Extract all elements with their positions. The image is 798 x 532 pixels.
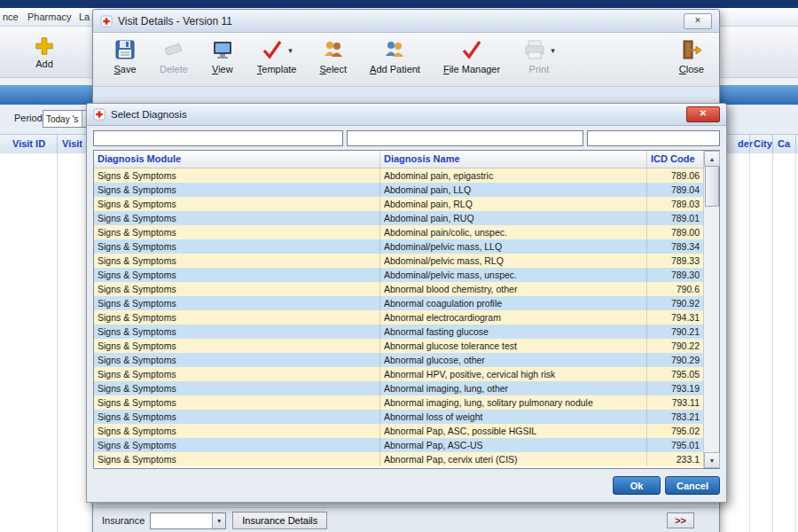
people-icon bbox=[322, 38, 345, 63]
monitor-icon bbox=[211, 38, 234, 63]
icd-code-cell: 790.22 bbox=[647, 339, 704, 353]
menu-item-pharmacy[interactable]: Pharmacy bbox=[27, 8, 72, 26]
column-header-der[interactable]: der bbox=[738, 135, 753, 153]
diagnosis-row[interactable]: Signs & SymptomsAbnormal Pap, ASC, possi… bbox=[94, 424, 704, 438]
diagnosis-row[interactable]: Signs & SymptomsAbdominal/pelvic mass, u… bbox=[94, 268, 704, 282]
insurance-details-button[interactable]: Insurance Details bbox=[232, 512, 327, 529]
toolbar-add-patient-button[interactable]: Add Patient bbox=[364, 35, 426, 75]
diagnosis-row[interactable]: Signs & SymptomsAbnormal HPV, positive, … bbox=[94, 367, 704, 381]
toolbar-save-button[interactable]: Save bbox=[107, 35, 143, 75]
insurance-label: Insurance bbox=[102, 515, 145, 526]
diagnosis-row[interactable]: Signs & SymptomsAbdominal pain, RUQ789.0… bbox=[94, 211, 704, 225]
diagnosis-name-cell: Abnormal imaging, lung, solitary pulmona… bbox=[380, 395, 647, 410]
toolbar-save-label: Save bbox=[113, 64, 136, 74]
eraser-icon bbox=[162, 38, 185, 63]
search-row bbox=[93, 130, 720, 146]
diagnosis-module-cell: Signs & Symptoms bbox=[94, 268, 380, 282]
diagnosis-name-cell: Abnormal Pap, ASC-US bbox=[380, 438, 647, 452]
scrollbar-thumb[interactable] bbox=[705, 166, 719, 207]
diagnosis-row[interactable]: Signs & SymptomsAbdominal pain, RLQ789.0… bbox=[94, 197, 704, 211]
icd-code-cell: 789.03 bbox=[647, 197, 704, 211]
diagnosis-row[interactable]: Signs & SymptomsAbdominal/pelvic mass, L… bbox=[94, 239, 704, 254]
diagnosis-module-cell: Signs & Symptoms bbox=[94, 381, 380, 395]
diagnosis-row[interactable]: Signs & SymptomsAbdominal pain, LLQ789.0… bbox=[94, 183, 704, 197]
visit-details-toolbar: Save Delete View ▾ bbox=[93, 33, 719, 87]
diagnosis-row[interactable]: Signs & SymptomsAbnormal Pap, cervix ute… bbox=[94, 452, 704, 466]
toolbar-file-manager-button[interactable]: File Manager bbox=[437, 35, 506, 75]
diagnosis-module-cell: Signs & Symptoms bbox=[94, 225, 380, 239]
column-header-diagnosis-name[interactable]: Diagnosis Name bbox=[380, 151, 647, 168]
dialog-body: Diagnosis Module Diagnosis Name ICD Code… bbox=[87, 126, 726, 495]
dialog-icon bbox=[93, 108, 106, 121]
diagnosis-row[interactable]: Signs & SymptomsAbnormal glucose toleran… bbox=[94, 339, 704, 353]
diagnosis-name-cell: Abdominal pain, RUQ bbox=[380, 211, 647, 225]
toolbar-select-label: Select bbox=[319, 64, 347, 74]
diagnosis-row[interactable]: Signs & SymptomsAbnormal glucose, other7… bbox=[94, 353, 704, 367]
diagnosis-row[interactable]: Signs & SymptomsAbnormal imaging, lung, … bbox=[94, 395, 704, 410]
icd-code-cell: 789.04 bbox=[647, 183, 704, 197]
diagnosis-rows: Signs & SymptomsAbdominal pain, epigastr… bbox=[94, 168, 704, 469]
diagnosis-row[interactable]: Signs & SymptomsAbnormal loss of weight7… bbox=[94, 410, 704, 424]
cancel-button[interactable]: Cancel bbox=[665, 476, 720, 495]
diagnosis-row[interactable]: Signs & SymptomsAbnormal coagulation pro… bbox=[94, 296, 704, 310]
icd-code-cell: 790.21 bbox=[647, 325, 704, 339]
diagnosis-row[interactable]: Signs & SymptomsAbnormal electrocardiogr… bbox=[94, 310, 704, 325]
chevron-down-icon[interactable]: ▾ bbox=[288, 46, 293, 55]
diagnosis-module-cell: Signs & Symptoms bbox=[94, 395, 380, 410]
scroll-up-icon[interactable]: ▲ bbox=[704, 151, 720, 167]
visit-details-titlebar[interactable]: Visit Details - Version 11 ✕ bbox=[93, 10, 719, 33]
chevron-down-icon[interactable]: ▾ bbox=[551, 46, 555, 55]
diagnosis-name-cell: Abnormal Pap, ASC, possible HGSIL bbox=[380, 424, 647, 438]
diagnosis-row[interactable]: Signs & SymptomsAbnormal blood chemistry… bbox=[94, 282, 704, 296]
chevron-down-icon[interactable]: ▼ bbox=[212, 513, 225, 528]
add-button[interactable]: Add bbox=[23, 30, 66, 74]
ok-button[interactable]: Ok bbox=[613, 476, 661, 495]
column-header-city[interactable]: City bbox=[754, 135, 772, 153]
vertical-scrollbar[interactable]: ▲ ▼ bbox=[703, 151, 719, 468]
diagnosis-module-filter-input[interactable] bbox=[93, 130, 343, 146]
column-header-visit-id[interactable]: Visit ID bbox=[12, 135, 45, 153]
icd-code-cell: 783.21 bbox=[647, 410, 704, 424]
expand-button[interactable]: >> bbox=[667, 512, 694, 528]
menu-item-nce[interactable]: nce bbox=[3, 8, 19, 26]
diagnosis-name-filter-input[interactable] bbox=[347, 130, 583, 146]
diagnosis-name-cell: Abdominal pain, epigastric bbox=[380, 168, 647, 183]
window-title: Visit Details - Version 11 bbox=[118, 15, 232, 27]
icd-code-cell: 789.00 bbox=[647, 225, 704, 239]
diagnosis-row[interactable]: Signs & SymptomsAbdominal pain, epigastr… bbox=[94, 168, 704, 183]
column-header-diagnosis-module[interactable]: Diagnosis Module bbox=[94, 151, 380, 168]
toolbar-template-button[interactable]: ▾ Template bbox=[251, 35, 303, 75]
diagnosis-module-cell: Signs & Symptoms bbox=[94, 296, 380, 310]
diagnosis-module-cell: Signs & Symptoms bbox=[94, 452, 380, 466]
toolbar-select-button[interactable]: Select bbox=[313, 35, 353, 75]
diagnosis-row[interactable]: Signs & SymptomsAbdominal/pelvic mass, R… bbox=[94, 254, 704, 268]
diagnosis-name-cell: Abdominal/pelvic mass, LLQ bbox=[380, 239, 647, 254]
window-control-button[interactable]: ✕ bbox=[684, 13, 712, 29]
diagnosis-name-cell: Abnormal Pap, cervix uteri (CIS) bbox=[380, 452, 647, 466]
diagnosis-row[interactable]: Signs & SymptomsAbdominal pain/colic, un… bbox=[94, 225, 704, 239]
column-header-visit[interactable]: Visit bbox=[62, 135, 82, 153]
floppy-disk-icon bbox=[113, 38, 137, 63]
scroll-down-icon[interactable]: ▼ bbox=[704, 452, 720, 468]
diagnosis-row[interactable]: Signs & SymptomsAbnormal imaging, lung, … bbox=[94, 381, 704, 395]
column-header-icd-code[interactable]: ICD Code bbox=[647, 151, 704, 168]
diagnosis-row[interactable]: Signs & SymptomsAbnormal fasting glucose… bbox=[94, 325, 704, 339]
diagnosis-name-cell: Abnormal fasting glucose bbox=[380, 325, 647, 339]
toolbar-delete-label: Delete bbox=[160, 64, 188, 74]
icd-code-filter-input[interactable] bbox=[587, 130, 720, 146]
add-plus-icon bbox=[34, 35, 55, 59]
close-icon[interactable]: ✕ bbox=[686, 106, 720, 122]
toolbar-print-button: ▾ Print bbox=[517, 35, 561, 75]
toolbar-view-button[interactable]: View bbox=[205, 35, 240, 75]
insurance-row: Insurance ▼ Insurance Details >> bbox=[93, 507, 719, 532]
diagnosis-module-cell: Signs & Symptoms bbox=[94, 353, 380, 367]
column-header-ca[interactable]: Ca bbox=[778, 135, 790, 153]
insurance-combo[interactable]: ▼ bbox=[150, 512, 226, 529]
menu-item-la[interactable]: La bbox=[79, 8, 90, 26]
diagnosis-row[interactable]: Signs & SymptomsAbnormal Pap, ASC-US795.… bbox=[94, 438, 704, 452]
dialog-buttons: Ok Cancel bbox=[93, 476, 720, 495]
toolbar-close-button[interactable]: Close bbox=[673, 35, 710, 75]
icd-code-cell: 795.01 bbox=[647, 438, 704, 452]
period-label: Period bbox=[14, 113, 43, 123]
select-diagnosis-titlebar[interactable]: Select Diagnosis ✕ bbox=[87, 104, 726, 126]
